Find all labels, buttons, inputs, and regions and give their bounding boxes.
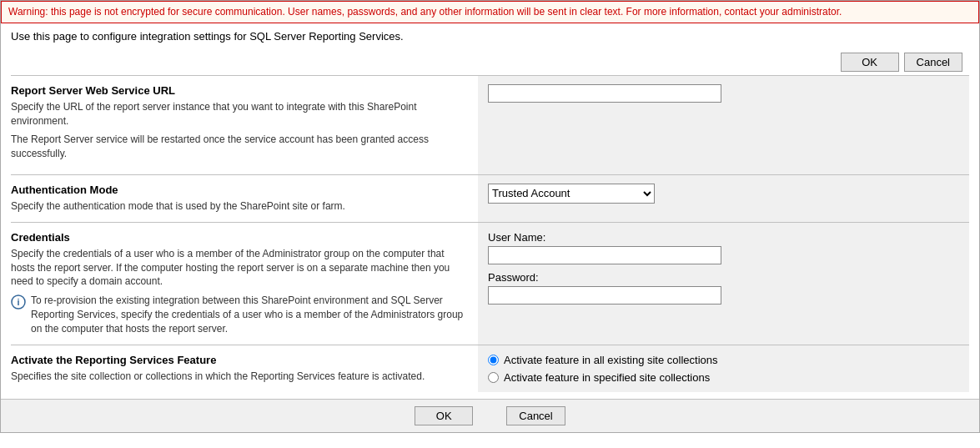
- password-input[interactable]: [488, 286, 721, 305]
- activate-radio-group: Activate feature in all existing site co…: [488, 354, 962, 384]
- radio-specified-collections[interactable]: Activate feature in specified site colle…: [488, 371, 962, 384]
- password-label: Password:: [488, 271, 962, 284]
- username-label: User Name:: [488, 231, 962, 244]
- report-server-section: Report Server Web Service URL Specify th…: [11, 75, 969, 174]
- report-server-desc: Specify the URL of the report server ins…: [11, 100, 468, 161]
- credentials-desc: Specify the credentials of a user who is…: [11, 247, 468, 289]
- top-ok-button[interactable]: OK: [841, 53, 899, 72]
- activate-desc: Specifies the site collection or collect…: [11, 370, 468, 384]
- radio-specified-collections-label: Activate feature in specified site colle…: [504, 371, 710, 384]
- activate-left: Activate the Reporting Services Feature …: [11, 345, 478, 392]
- warning-text: Warning: this page is not encrypted for …: [8, 6, 842, 18]
- report-server-desc1: Specify the URL of the report server ins…: [11, 100, 468, 128]
- authentication-mode-select[interactable]: Trusted Account Windows Authentication: [488, 184, 655, 204]
- radio-specified-collections-input[interactable]: [488, 372, 499, 383]
- authentication-section: Authentication Mode Specify the authenti…: [11, 174, 969, 222]
- info-icon: i: [11, 294, 26, 310]
- authentication-right: Trusted Account Windows Authentication: [478, 174, 969, 222]
- authentication-left: Authentication Mode Specify the authenti…: [11, 174, 478, 222]
- bottom-ok-button[interactable]: OK: [415, 406, 473, 425]
- radio-all-collections-input[interactable]: [488, 355, 499, 365]
- top-button-bar: OK Cancel: [11, 49, 969, 75]
- bottom-button-bar: OK Cancel: [1, 399, 979, 432]
- report-server-left: Report Server Web Service URL Specify th…: [11, 75, 478, 174]
- credentials-section: Credentials Specify the credentials of a…: [11, 222, 969, 345]
- password-field-group: Password:: [488, 271, 962, 305]
- credentials-info-text: To re-provision the existing integration…: [31, 294, 468, 335]
- report-server-url-input[interactable]: [488, 84, 721, 103]
- bottom-cancel-button[interactable]: Cancel: [506, 406, 565, 425]
- authentication-desc: Specify the authentication mode that is …: [11, 199, 468, 214]
- warning-banner: Warning: this page is not encrypted for …: [1, 1, 979, 23]
- activate-section: Activate the Reporting Services Feature …: [11, 345, 969, 392]
- credentials-title: Credentials: [11, 231, 468, 244]
- username-field-group: User Name:: [488, 231, 962, 264]
- report-server-desc2: The Report Server service will be restar…: [11, 133, 468, 161]
- username-input[interactable]: [488, 246, 721, 264]
- credentials-right: User Name: Password:: [478, 222, 969, 345]
- top-cancel-button[interactable]: Cancel: [904, 53, 962, 72]
- authentication-title: Authentication Mode: [11, 184, 468, 196]
- radio-all-collections-label: Activate feature in all existing site co…: [504, 354, 718, 366]
- report-server-title: Report Server Web Service URL: [11, 84, 468, 97]
- radio-all-collections[interactable]: Activate feature in all existing site co…: [488, 354, 962, 366]
- activate-right: Activate feature in all existing site co…: [478, 345, 969, 392]
- report-server-right: [478, 75, 969, 174]
- page-description: Use this page to configure integration s…: [11, 30, 969, 43]
- svg-text:i: i: [17, 297, 19, 307]
- credentials-info-box: i To re-provision the existing integrati…: [11, 294, 468, 335]
- credentials-left: Credentials Specify the credentials of a…: [11, 222, 478, 345]
- settings-table: Report Server Web Service URL Specify th…: [11, 75, 969, 392]
- activate-title: Activate the Reporting Services Feature: [11, 354, 468, 366]
